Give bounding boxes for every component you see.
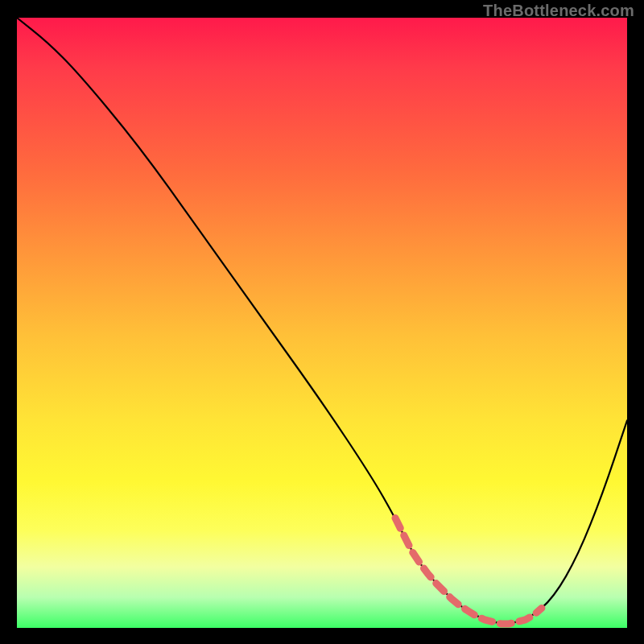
chart-area (17, 18, 627, 628)
bottom-highlight (395, 518, 542, 624)
chart-svg (17, 18, 627, 628)
bottleneck-curve (17, 18, 627, 623)
stage: TheBottleneck.com (0, 0, 644, 644)
